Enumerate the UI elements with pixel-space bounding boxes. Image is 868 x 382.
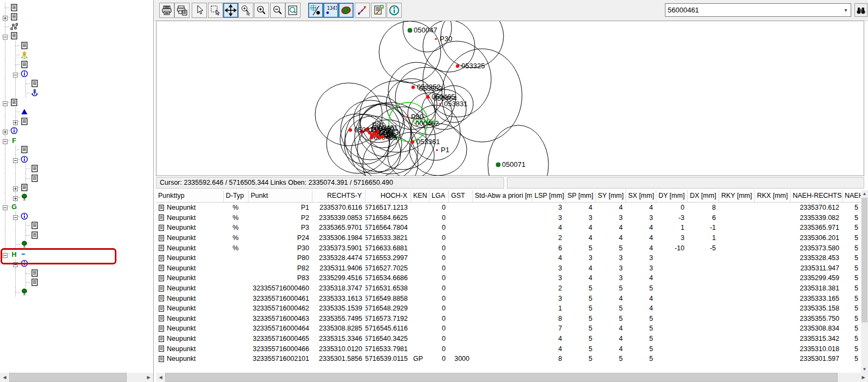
table-row[interactable]: Neupunkt3233557160004602335318.374757165… bbox=[156, 283, 861, 294]
tree-item-gruppe-gemessene-gnss-punkte[interactable] bbox=[0, 230, 153, 240]
tree-item-nachweis-über-die-qualität-der-messung[interactable]: F bbox=[0, 135, 153, 145]
toolbar-select-cursor-button[interactable] bbox=[192, 3, 207, 18]
table-row[interactable]: Neupunkt3233557160004612335333.161357165… bbox=[156, 293, 861, 303]
tree-item-information[interactable] bbox=[0, 69, 153, 79]
column-header-ken[interactable]: KEN bbox=[411, 190, 429, 202]
point-search-combobox[interactable]: ▾ bbox=[665, 3, 851, 17]
tree-item-beobachtungen[interactable] bbox=[0, 116, 153, 126]
scroll-right-icon[interactable]: ▶ bbox=[144, 373, 153, 382]
table-row[interactable]: NeupunktP822335311.94065716527.702503433… bbox=[156, 263, 861, 274]
graphics-canvas[interactable]: P810004600004620004640004660004610004630… bbox=[156, 21, 864, 176]
scroll-up-icon[interactable]: ▲ bbox=[861, 190, 868, 197]
tree-item-information[interactable] bbox=[0, 126, 153, 136]
tree-item-optionen[interactable] bbox=[0, 12, 153, 22]
scroll-left-icon[interactable]: ◀ bbox=[156, 373, 165, 382]
tree-item-statistik-der-verbesserungen[interactable] bbox=[0, 145, 153, 155]
tree-item-standardabweichungen[interactable] bbox=[0, 107, 153, 117]
column-header-rky-mm[interactable]: RKY [mm] bbox=[719, 190, 755, 202]
point-marker[interactable] bbox=[349, 128, 352, 132]
scrollbar-thumb[interactable] bbox=[165, 373, 838, 382]
point-marker[interactable] bbox=[456, 64, 459, 68]
tree-item-punkte-mit-gemessenen-koordinaten[interactable] bbox=[0, 50, 153, 60]
table-row[interactable]: Neupunkt3233557160004652335315.334657165… bbox=[156, 334, 861, 344]
table-vertical-scrollbar[interactable]: ▲ ▼ bbox=[861, 190, 868, 373]
column-header-hoch-x[interactable]: HOCH-X bbox=[366, 190, 411, 202]
expander-plus-icon[interactable] bbox=[13, 119, 18, 124]
point-search-input[interactable] bbox=[665, 4, 841, 16]
table-row[interactable]: Neupunkt%P242335306.19845716533.38210244… bbox=[156, 233, 861, 243]
expander-minus-icon[interactable] bbox=[3, 204, 8, 209]
point-marker[interactable] bbox=[411, 140, 414, 144]
toolbar-zoom-in-button[interactable] bbox=[254, 3, 269, 18]
table-row[interactable]: Neupunkt3233557160004642335308.828557165… bbox=[156, 323, 861, 334]
tree-item-neupunkte[interactable] bbox=[0, 60, 153, 69]
table-row[interactable]: Neupunkt%P302335373.59015716633.68810655… bbox=[156, 243, 861, 253]
toolbar-toggle-error-ellipses-button[interactable] bbox=[338, 3, 354, 18]
column-header-punkt[interactable]: Punkt bbox=[249, 190, 312, 202]
expander-minus-icon[interactable] bbox=[3, 138, 8, 143]
point-marker[interactable] bbox=[436, 149, 438, 151]
tree-item-qualität-der-anschlusspunkte[interactable]: G bbox=[0, 202, 153, 212]
table-row[interactable]: NeupunktP832335299.45165716534.668603434… bbox=[156, 273, 861, 283]
expander-plus-icon[interactable] bbox=[3, 128, 8, 133]
toolbar-toggle-point-display-button[interactable] bbox=[308, 3, 323, 18]
tree-item-gruppe-gemessene-gnss-punkte[interactable] bbox=[0, 278, 153, 288]
tree-item-fehler-warnungen-hinweise[interactable] bbox=[0, 240, 153, 250]
expander-plus-icon[interactable] bbox=[13, 185, 18, 190]
table-row[interactable]: Neupunkt%P12335370.61165716517.121303444… bbox=[156, 203, 861, 213]
column-header-punkttyp[interactable]: Punkttyp bbox=[156, 190, 224, 202]
toolbar-print-button[interactable] bbox=[159, 3, 174, 18]
gnss-point-marker[interactable] bbox=[408, 28, 412, 33]
table-horizontal-scrollbar[interactable]: ◀ ▶ bbox=[156, 373, 868, 382]
column-header-rechts-y[interactable]: RECHTS-Y bbox=[312, 190, 366, 202]
tree-item-restklaffen-der-datumspunkte[interactable] bbox=[0, 164, 153, 174]
point-marker[interactable] bbox=[378, 135, 381, 139]
tree-item-information[interactable] bbox=[0, 154, 153, 164]
scrollbar-thumb[interactable] bbox=[862, 198, 867, 322]
toolbar-print-setup-button[interactable] bbox=[174, 3, 190, 18]
tree-item-information[interactable] bbox=[0, 211, 153, 221]
column-header-d-typ[interactable]: D-Typ bbox=[224, 190, 249, 202]
tree-item-protokolle[interactable] bbox=[0, 183, 153, 193]
point-marker[interactable] bbox=[370, 136, 373, 139]
column-header-rkx-mm[interactable]: RKX [mm] bbox=[755, 190, 791, 202]
column-header-sy-mm[interactable]: SY [mm] bbox=[596, 190, 626, 202]
table-row[interactable]: Neupunkt3233557160004622335335.153957165… bbox=[156, 303, 861, 314]
tree-item-information[interactable] bbox=[0, 259, 153, 269]
tree-item-fehler-warnungen-hinweise[interactable] bbox=[0, 287, 153, 297]
table-row[interactable]: Neupunkt%P32335365.97015716564.780404444… bbox=[156, 223, 861, 233]
column-header-lsp-mm[interactable]: LSP [mm] bbox=[532, 190, 565, 202]
tree-horizontal-scrollbar[interactable]: ◀ ▶ bbox=[0, 373, 153, 382]
column-header-sx-mm[interactable]: SX [mm] bbox=[626, 190, 656, 202]
expander-minus-icon[interactable] bbox=[13, 214, 18, 219]
point-marker[interactable] bbox=[406, 116, 408, 118]
point-marker[interactable] bbox=[439, 103, 441, 105]
toolbar-info-button[interactable] bbox=[387, 3, 402, 18]
point-marker[interactable] bbox=[426, 95, 429, 99]
expander-minus-icon[interactable] bbox=[13, 261, 18, 266]
column-header-dy-mm[interactable]: DY [mm] bbox=[656, 190, 688, 202]
column-header-naeh-rechts-y[interactable]: NAEH-RECHTS-Y bbox=[791, 190, 843, 202]
table-row[interactable]: Neupunkt%P22335339.08535716584.662503333… bbox=[156, 213, 861, 223]
chevron-down-icon[interactable]: ▾ bbox=[841, 7, 851, 13]
toolbar-toggle-vectors-button[interactable] bbox=[355, 3, 370, 18]
expander-minus-icon[interactable] bbox=[3, 34, 8, 38]
expander-plus-icon[interactable] bbox=[13, 195, 18, 200]
point-marker[interactable] bbox=[435, 38, 437, 40]
scrollbar-thumb[interactable] bbox=[9, 373, 127, 382]
tree-item-datumsfestlegende-punkte[interactable] bbox=[0, 88, 153, 98]
table-row[interactable]: Neupunkt3233557160004632335355.749557165… bbox=[156, 314, 861, 324]
tree-item-endgültige-koordinaten[interactable]: H bbox=[0, 249, 153, 259]
point-marker[interactable] bbox=[381, 135, 384, 138]
tree-item-punkte[interactable] bbox=[0, 31, 153, 41]
scroll-right-icon[interactable]: ▶ bbox=[859, 373, 868, 382]
tree-item-fest-beweglich-frei[interactable] bbox=[0, 41, 153, 50]
toolbar-zoom-window-button[interactable] bbox=[285, 3, 301, 18]
toolbar-toggle-point-numbers-button[interactable]: 1341 bbox=[323, 3, 338, 18]
table-row[interactable]: Neupunkt3233557160004662335310.012057165… bbox=[156, 344, 861, 354]
tree-item-fehler-warnungen-hinweise[interactable] bbox=[0, 192, 153, 202]
toolbar-pan-button[interactable] bbox=[223, 3, 238, 18]
expander-minus-icon[interactable] bbox=[13, 72, 18, 76]
toolbar-zoom-out-button[interactable] bbox=[270, 3, 285, 18]
tree-item-koordinaten-vor-der-ausgleichung[interactable] bbox=[0, 79, 153, 88]
